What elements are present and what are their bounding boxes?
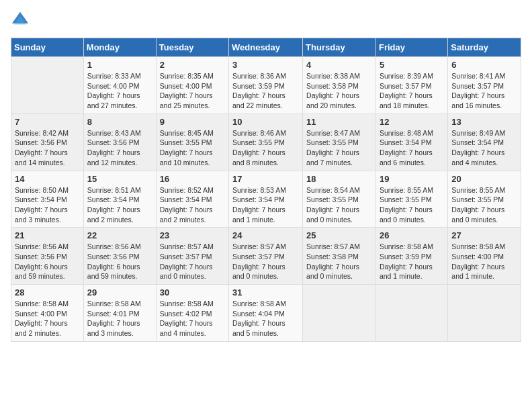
day-number: 28 <box>15 287 80 298</box>
weekday-header: Tuesday <box>156 38 228 57</box>
calendar-cell: 2Sunrise: 8:35 AM Sunset: 4:00 PM Daylig… <box>156 57 228 114</box>
day-info: Sunrise: 8:56 AM Sunset: 3:56 PM Dayligh… <box>15 242 80 281</box>
day-info: Sunrise: 8:55 AM Sunset: 3:55 PM Dayligh… <box>451 185 517 225</box>
day-info: Sunrise: 8:57 AM Sunset: 3:58 PM Dayligh… <box>306 242 372 281</box>
weekday-header: Monday <box>83 38 156 57</box>
day-info: Sunrise: 8:58 AM Sunset: 4:01 PM Dayligh… <box>87 299 152 338</box>
day-number: 25 <box>306 230 372 240</box>
weekday-header: Thursday <box>303 38 376 57</box>
calendar-cell: 11Sunrise: 8:47 AM Sunset: 3:55 PM Dayli… <box>303 113 376 171</box>
calendar-cell <box>448 285 521 342</box>
calendar-cell: 26Sunrise: 8:58 AM Sunset: 3:59 PM Dayli… <box>375 228 447 285</box>
day-number: 22 <box>87 230 152 240</box>
calendar-header: SundayMondayTuesdayWednesdayThursdayFrid… <box>11 38 521 57</box>
day-info: Sunrise: 8:58 AM Sunset: 4:04 PM Dayligh… <box>232 299 299 338</box>
day-number: 18 <box>306 174 372 184</box>
day-info: Sunrise: 8:36 AM Sunset: 3:59 PM Dayligh… <box>232 71 299 111</box>
calendar-week-row: 7Sunrise: 8:42 AM Sunset: 3:56 PM Daylig… <box>11 113 521 171</box>
calendar-cell: 1Sunrise: 8:33 AM Sunset: 4:00 PM Daylig… <box>83 57 156 114</box>
day-info: Sunrise: 8:56 AM Sunset: 3:56 PM Dayligh… <box>87 242 152 281</box>
day-number: 5 <box>380 60 444 70</box>
calendar-cell: 3Sunrise: 8:36 AM Sunset: 3:59 PM Daylig… <box>229 57 303 114</box>
calendar-cell: 18Sunrise: 8:54 AM Sunset: 3:55 PM Dayli… <box>303 171 376 228</box>
day-number: 12 <box>380 117 444 127</box>
day-info: Sunrise: 8:58 AM Sunset: 4:00 PM Dayligh… <box>15 299 80 338</box>
calendar-cell: 25Sunrise: 8:57 AM Sunset: 3:58 PM Dayli… <box>303 228 376 285</box>
calendar-cell: 30Sunrise: 8:58 AM Sunset: 4:02 PM Dayli… <box>156 285 228 342</box>
day-info: Sunrise: 8:45 AM Sunset: 3:55 PM Dayligh… <box>160 128 225 168</box>
day-info: Sunrise: 8:47 AM Sunset: 3:55 PM Dayligh… <box>306 128 372 168</box>
calendar-table: SundayMondayTuesdayWednesdayThursdayFrid… <box>11 38 521 342</box>
day-info: Sunrise: 8:53 AM Sunset: 3:54 PM Dayligh… <box>232 185 299 225</box>
weekday-header: Sunday <box>11 38 84 57</box>
day-info: Sunrise: 8:58 AM Sunset: 4:00 PM Dayligh… <box>451 242 517 281</box>
calendar-cell: 21Sunrise: 8:56 AM Sunset: 3:56 PM Dayli… <box>11 228 84 285</box>
day-number: 10 <box>232 117 299 127</box>
day-number: 31 <box>232 287 299 298</box>
calendar-cell: 4Sunrise: 8:38 AM Sunset: 3:58 PM Daylig… <box>303 57 376 114</box>
day-info: Sunrise: 8:43 AM Sunset: 3:56 PM Dayligh… <box>87 128 152 168</box>
calendar-cell: 6Sunrise: 8:41 AM Sunset: 3:57 PM Daylig… <box>448 57 521 114</box>
calendar-cell: 16Sunrise: 8:52 AM Sunset: 3:54 PM Dayli… <box>156 171 228 228</box>
day-info: Sunrise: 8:46 AM Sunset: 3:55 PM Dayligh… <box>232 128 299 168</box>
day-number: 20 <box>451 174 517 184</box>
calendar-cell: 5Sunrise: 8:39 AM Sunset: 3:57 PM Daylig… <box>375 57 447 114</box>
calendar-cell: 22Sunrise: 8:56 AM Sunset: 3:56 PM Dayli… <box>83 228 156 285</box>
calendar-cell: 15Sunrise: 8:51 AM Sunset: 3:54 PM Dayli… <box>83 171 156 228</box>
calendar-cell <box>303 285 376 342</box>
weekday-header: Friday <box>375 38 447 57</box>
day-number: 4 <box>306 60 372 70</box>
day-info: Sunrise: 8:58 AM Sunset: 4:02 PM Dayligh… <box>160 299 225 338</box>
day-info: Sunrise: 8:50 AM Sunset: 3:54 PM Dayligh… <box>15 185 80 225</box>
calendar-week-row: 28Sunrise: 8:58 AM Sunset: 4:00 PM Dayli… <box>11 285 521 342</box>
day-number: 27 <box>451 230 517 240</box>
day-number: 17 <box>232 174 299 184</box>
day-info: Sunrise: 8:41 AM Sunset: 3:57 PM Dayligh… <box>451 71 517 111</box>
calendar-cell: 13Sunrise: 8:49 AM Sunset: 3:54 PM Dayli… <box>448 113 521 171</box>
day-number: 2 <box>160 60 225 70</box>
day-info: Sunrise: 8:38 AM Sunset: 3:58 PM Dayligh… <box>306 71 372 111</box>
day-info: Sunrise: 8:54 AM Sunset: 3:55 PM Dayligh… <box>306 185 372 225</box>
calendar-cell: 28Sunrise: 8:58 AM Sunset: 4:00 PM Dayli… <box>11 285 84 342</box>
calendar-cell: 17Sunrise: 8:53 AM Sunset: 3:54 PM Dayli… <box>229 171 303 228</box>
day-number: 8 <box>87 117 152 127</box>
calendar-week-row: 14Sunrise: 8:50 AM Sunset: 3:54 PM Dayli… <box>11 171 521 228</box>
day-number: 23 <box>160 230 225 240</box>
calendar-cell: 19Sunrise: 8:55 AM Sunset: 3:55 PM Dayli… <box>375 171 447 228</box>
calendar-cell: 31Sunrise: 8:58 AM Sunset: 4:04 PM Dayli… <box>229 285 303 342</box>
day-info: Sunrise: 8:57 AM Sunset: 3:57 PM Dayligh… <box>160 242 225 281</box>
calendar-cell: 29Sunrise: 8:58 AM Sunset: 4:01 PM Dayli… <box>83 285 156 342</box>
calendar-week-row: 1Sunrise: 8:33 AM Sunset: 4:00 PM Daylig… <box>11 57 521 114</box>
calendar-cell: 23Sunrise: 8:57 AM Sunset: 3:57 PM Dayli… <box>156 228 228 285</box>
calendar-cell: 8Sunrise: 8:43 AM Sunset: 3:56 PM Daylig… <box>83 113 156 171</box>
day-number: 1 <box>87 60 152 70</box>
calendar-cell: 20Sunrise: 8:55 AM Sunset: 3:55 PM Dayli… <box>448 171 521 228</box>
weekday-header: Saturday <box>448 38 521 57</box>
day-number: 6 <box>451 60 517 70</box>
day-info: Sunrise: 8:35 AM Sunset: 4:00 PM Dayligh… <box>160 71 225 111</box>
day-number: 13 <box>451 117 517 127</box>
calendar-cell: 7Sunrise: 8:42 AM Sunset: 3:56 PM Daylig… <box>11 113 84 171</box>
day-info: Sunrise: 8:55 AM Sunset: 3:55 PM Dayligh… <box>380 185 444 225</box>
day-info: Sunrise: 8:51 AM Sunset: 3:54 PM Dayligh… <box>87 185 152 225</box>
calendar-cell: 9Sunrise: 8:45 AM Sunset: 3:55 PM Daylig… <box>156 113 228 171</box>
day-number: 29 <box>87 287 152 298</box>
day-number: 7 <box>15 117 80 127</box>
day-info: Sunrise: 8:52 AM Sunset: 3:54 PM Dayligh… <box>160 185 225 225</box>
day-info: Sunrise: 8:33 AM Sunset: 4:00 PM Dayligh… <box>87 71 152 111</box>
calendar-cell <box>375 285 447 342</box>
day-number: 26 <box>380 230 444 240</box>
page-header <box>11 11 521 30</box>
day-number: 21 <box>15 230 80 240</box>
day-number: 15 <box>87 174 152 184</box>
day-number: 30 <box>160 287 225 298</box>
calendar-cell <box>11 57 84 114</box>
day-info: Sunrise: 8:57 AM Sunset: 3:57 PM Dayligh… <box>232 242 299 281</box>
calendar-cell: 10Sunrise: 8:46 AM Sunset: 3:55 PM Dayli… <box>229 113 303 171</box>
calendar-week-row: 21Sunrise: 8:56 AM Sunset: 3:56 PM Dayli… <box>11 228 521 285</box>
day-number: 14 <box>15 174 80 184</box>
day-number: 19 <box>380 174 444 184</box>
day-number: 9 <box>160 117 225 127</box>
calendar-cell: 24Sunrise: 8:57 AM Sunset: 3:57 PM Dayli… <box>229 228 303 285</box>
calendar-body: 1Sunrise: 8:33 AM Sunset: 4:00 PM Daylig… <box>11 57 521 342</box>
